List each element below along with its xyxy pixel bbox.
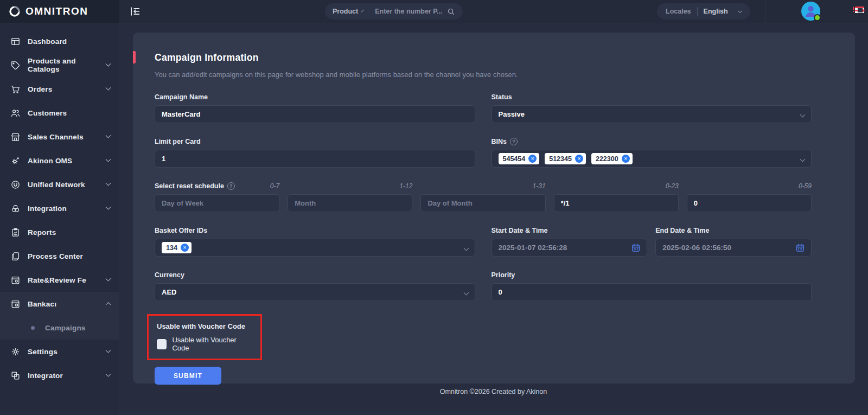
day-of-month-input[interactable]	[427, 195, 538, 212]
sidebar-item-unified-network[interactable]: Unified Network	[0, 173, 119, 196]
voucher-checkbox[interactable]	[157, 339, 167, 349]
field-status: Status Passive	[492, 93, 812, 123]
minute-input[interactable]	[694, 195, 805, 212]
sidebar-item-customers[interactable]: Customers	[0, 101, 119, 125]
flag-icon[interactable]	[852, 6, 865, 16]
basket-offer-ids-label: Basket Offer IDs	[155, 226, 475, 235]
chevron-down-icon	[106, 276, 111, 281]
campaign-name-input[interactable]	[162, 106, 468, 123]
sidebar-item-sales-channels[interactable]: Sales Channels	[0, 125, 119, 149]
limit-per-card-input[interactable]	[162, 150, 468, 167]
sidebar-item-settings[interactable]: Settings	[0, 340, 119, 363]
chevron-down-icon	[800, 157, 806, 162]
chevron-down-icon	[463, 290, 469, 296]
sidebar-item-products-and-catalogs[interactable]: Products and Catalogs	[0, 53, 119, 77]
sidebar-item-integrator[interactable]: Integrator	[0, 363, 119, 387]
start-date-label: Start Date & Time	[492, 226, 648, 235]
search-input[interactable]: Enter the number P...	[375, 8, 442, 15]
sidebar-item-orders[interactable]: Orders	[0, 77, 119, 101]
dashboard-icon	[10, 36, 21, 47]
bank-calendar-icon	[10, 299, 21, 309]
process-center-icon	[10, 251, 21, 261]
field-end-date: End Date & Time 2025-02-06 02:56:50	[655, 226, 812, 257]
chevron-down-icon	[738, 8, 742, 12]
help-icon[interactable]	[510, 138, 518, 145]
day-of-week-input[interactable]	[162, 195, 272, 212]
sidebar-item-dashboard[interactable]: Dashboard	[0, 29, 119, 53]
end-date-label: End Date & Time	[655, 226, 812, 235]
unified-network-icon	[10, 180, 21, 190]
locale-value: English	[704, 8, 728, 15]
brand[interactable]: OMNITRON	[0, 0, 119, 23]
store-icon	[10, 132, 21, 142]
start-date-input[interactable]: 2025-01-07 02:56:28	[492, 239, 648, 257]
sidebar-menu: Dashboard Products and Catalogs Orders C…	[0, 23, 119, 387]
field-basket-offer-ids: Basket Offer IDs 134	[155, 226, 475, 257]
field-currency: Currency AED	[155, 271, 475, 301]
search-category[interactable]: Product	[333, 8, 358, 15]
divider	[765, 0, 765, 23]
page-title: Campaign Information	[155, 52, 812, 63]
currency-select[interactable]: AED	[155, 283, 475, 301]
field-bins: BINs 545454 512345 222300	[492, 137, 812, 168]
voucher-annotation-box: Usable with Voucher Code Usable with Vou…	[147, 314, 262, 360]
chevron-down-icon	[106, 156, 111, 162]
status-label: Status	[492, 93, 812, 101]
bins-multiselect[interactable]: 545454 512345 222300	[492, 150, 812, 168]
bin-tag: 512345	[545, 153, 586, 164]
user-avatar[interactable]	[801, 2, 820, 21]
range-label: 0-59	[799, 182, 812, 190]
field-start-date: Start Date & Time 2025-01-07 02:56:28	[492, 226, 648, 257]
range-label: 1-31	[533, 182, 546, 190]
sidebar-item-bankaci[interactable]: Bankacı	[0, 292, 119, 316]
sidebar-item-akinon-oms[interactable]: Akinon OMS	[0, 149, 119, 173]
omnitron-logo-icon	[9, 5, 21, 17]
submit-button[interactable]: SUBMIT	[155, 367, 221, 385]
remove-tag-icon[interactable]	[528, 155, 537, 163]
oms-gear-icon	[10, 156, 21, 166]
chevron-down-icon	[800, 112, 806, 118]
global-search[interactable]: Product Enter the number P...	[325, 3, 463, 20]
locale-selector[interactable]: Locales English	[657, 3, 750, 20]
remove-tag-icon[interactable]	[575, 155, 583, 163]
divider	[648, 0, 648, 23]
calendar-icon[interactable]	[631, 243, 641, 253]
basket-offer-ids-multiselect[interactable]: 134	[155, 239, 475, 257]
bullet-dot	[31, 326, 35, 330]
sidebar-item-rate-review[interactable]: Rate&Review Fe	[0, 268, 119, 292]
page-subtitle: You can add/edit campaigns on this page …	[155, 71, 812, 79]
priority-input[interactable]	[499, 284, 805, 301]
chevron-down-icon	[106, 180, 111, 186]
campaign-card: Campaign Information You can add/edit ca…	[133, 33, 855, 384]
integrator-icon	[10, 371, 21, 381]
remove-tag-icon[interactable]	[181, 244, 189, 252]
range-label: 0-7	[270, 182, 279, 190]
end-date-input[interactable]: 2025-02-06 02:56:50	[655, 239, 812, 257]
calendar-icon[interactable]	[795, 243, 805, 253]
reports-icon	[10, 227, 21, 238]
sidebar-item-campaigns[interactable]: Campaigns	[0, 316, 119, 340]
help-icon[interactable]	[227, 182, 235, 190]
chevron-down-icon	[106, 347, 111, 353]
chevron-up-icon	[106, 302, 111, 307]
sidebar-collapse-icon[interactable]	[129, 5, 141, 17]
range-label: 1-12	[399, 182, 412, 190]
chevron-down-icon	[106, 85, 111, 90]
hour-input[interactable]	[561, 195, 672, 212]
sidebar-item-integration[interactable]: Integration	[0, 196, 119, 220]
field-campaign-name: Campaign Name	[155, 93, 475, 123]
divider	[697, 7, 698, 16]
field-priority: Priority	[492, 271, 812, 301]
priority-label: Priority	[492, 271, 812, 279]
remove-tag-icon[interactable]	[622, 155, 630, 163]
month-input[interactable]	[295, 195, 405, 212]
chevron-down-icon	[361, 9, 364, 12]
chevron-down-icon	[463, 246, 469, 251]
search-icon[interactable]	[447, 8, 455, 16]
bin-tag: 222300	[591, 153, 633, 164]
basket-offer-tag: 134	[162, 242, 192, 253]
status-select[interactable]: Passive	[492, 105, 812, 123]
sidebar-item-reports[interactable]: Reports	[0, 220, 119, 244]
chevron-down-icon	[106, 132, 111, 138]
sidebar-item-process-center[interactable]: Process Center	[0, 244, 119, 268]
